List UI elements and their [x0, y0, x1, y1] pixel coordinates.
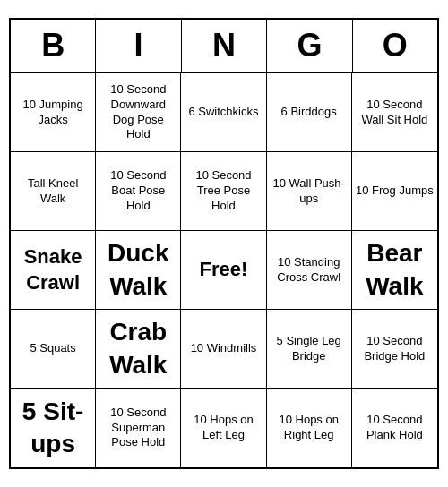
header-letter-g: G: [267, 20, 352, 72]
header-letter-n: N: [182, 20, 267, 72]
bingo-header: BINGO: [11, 20, 437, 73]
bingo-cell-21: 10 Second Superman Pose Hold: [96, 389, 181, 467]
bingo-cell-9: 10 Frog Jumps: [352, 152, 437, 231]
bingo-cell-18: 5 Single Leg Bridge: [267, 310, 352, 389]
bingo-cell-19: 10 Second Bridge Hold: [352, 310, 437, 389]
bingo-cell-17: 10 Windmills: [181, 310, 266, 389]
bingo-cell-0: 10 Jumping Jacks: [11, 73, 96, 152]
bingo-cell-8: 10 Wall Push-ups: [267, 152, 352, 231]
bingo-cell-16: Crab Walk: [96, 310, 181, 389]
bingo-cell-23: 10 Hops on Right Leg: [267, 389, 352, 467]
bingo-cell-12: Free!: [181, 231, 266, 310]
bingo-cell-10: Snake Crawl: [11, 231, 96, 310]
bingo-cell-3: 6 Birddogs: [267, 73, 352, 152]
bingo-cell-13: 10 Standing Cross Crawl: [267, 231, 352, 310]
bingo-cell-24: 10 Second Plank Hold: [352, 389, 437, 467]
bingo-cell-20: 5 Sit-ups: [11, 389, 96, 467]
bingo-card: BINGO 10 Jumping Jacks10 Second Downward…: [9, 18, 439, 469]
bingo-cell-11: Duck Walk: [96, 231, 181, 310]
bingo-cell-7: 10 Second Tree Pose Hold: [181, 152, 266, 231]
header-letter-i: I: [96, 20, 181, 72]
bingo-cell-15: 5 Squats: [11, 310, 96, 389]
header-letter-b: B: [11, 20, 96, 72]
bingo-cell-2: 6 Switchkicks: [181, 73, 266, 152]
header-letter-o: O: [353, 20, 437, 72]
bingo-cell-4: 10 Second Wall Sit Hold: [352, 73, 437, 152]
bingo-cell-6: 10 Second Boat Pose Hold: [96, 152, 181, 231]
bingo-grid: 10 Jumping Jacks10 Second Downward Dog P…: [11, 73, 437, 467]
bingo-cell-22: 10 Hops on Left Leg: [181, 389, 266, 467]
bingo-cell-1: 10 Second Downward Dog Pose Hold: [96, 73, 181, 152]
bingo-cell-14: Bear Walk: [352, 231, 437, 310]
bingo-cell-5: Tall Kneel Walk: [11, 152, 96, 231]
